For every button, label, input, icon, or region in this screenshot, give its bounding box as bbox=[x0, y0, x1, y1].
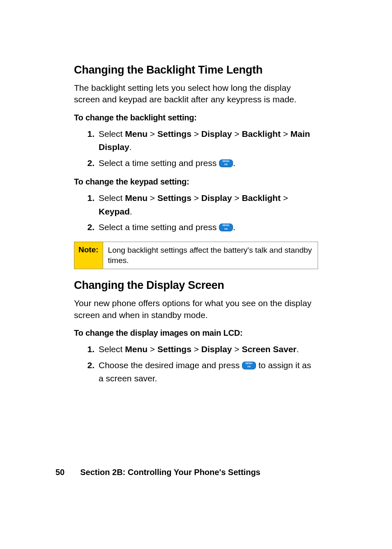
menu-path-item: Settings bbox=[157, 344, 191, 354]
menu-path-item: Backlight bbox=[242, 193, 281, 203]
section-label: Section 2B: Controlling Your Phone's Set… bbox=[80, 468, 261, 477]
step-text: Select bbox=[99, 193, 125, 203]
step-number: 2. bbox=[78, 359, 95, 372]
menu-path-item: Backlight bbox=[242, 129, 281, 138]
note-body: Long backlight settings affect the batte… bbox=[103, 242, 318, 269]
period: . bbox=[233, 158, 235, 168]
menu-ok-key-icon bbox=[219, 224, 233, 231]
menu-path-item: Menu bbox=[125, 129, 148, 138]
separator: > bbox=[232, 129, 242, 138]
menu-ok-key-icon bbox=[219, 159, 233, 167]
separator: > bbox=[148, 344, 157, 354]
list-item: 2. Choose the desired image and press to… bbox=[99, 359, 318, 385]
menu-path-item: Settings bbox=[157, 193, 191, 203]
separator: > bbox=[232, 344, 242, 354]
separator: > bbox=[148, 129, 157, 138]
step-text: Select a time setting and press bbox=[99, 222, 219, 232]
menu-path-item: Screen Saver bbox=[242, 344, 296, 354]
steps-backlight-main: 1. Select Menu > Settings > Display > Ba… bbox=[74, 127, 318, 170]
separator: > bbox=[191, 193, 201, 203]
step-number: 1. bbox=[78, 127, 95, 141]
menu-path-item: Settings bbox=[157, 129, 191, 138]
page-number: 50 bbox=[55, 468, 65, 477]
note-label: Note: bbox=[74, 242, 103, 269]
step-number: 2. bbox=[78, 221, 95, 234]
step-number: 1. bbox=[78, 343, 95, 356]
separator: > bbox=[191, 129, 201, 138]
period: . bbox=[130, 207, 132, 216]
subheader-backlight-setting: To change the backlight setting: bbox=[74, 113, 318, 122]
menu-path-item: Keypad bbox=[99, 207, 130, 216]
step-text: Select bbox=[99, 129, 125, 138]
separator: > bbox=[191, 344, 201, 354]
step-number: 1. bbox=[78, 191, 95, 205]
separator: > bbox=[232, 193, 242, 203]
period: . bbox=[297, 344, 299, 354]
step-text: Select bbox=[99, 344, 125, 354]
separator: > bbox=[281, 193, 288, 203]
subheader-keypad-setting: To change the keypad setting: bbox=[74, 177, 318, 187]
steps-screen-saver: 1. Select Menu > Settings > Display > Sc… bbox=[74, 343, 318, 385]
heading-display-screen: Changing the Display Screen bbox=[74, 279, 318, 292]
separator: > bbox=[148, 193, 157, 203]
menu-path-item: Display bbox=[201, 344, 232, 354]
separator: > bbox=[281, 129, 291, 138]
list-item: 1. Select Menu > Settings > Display > Ba… bbox=[99, 127, 318, 154]
menu-path-item: Display bbox=[201, 193, 232, 203]
list-item: 2. Select a time setting and press . bbox=[99, 221, 318, 234]
intro-display-screen: Your new phone offers options for what y… bbox=[74, 298, 318, 321]
list-item: 1. Select Menu > Settings > Display > Sc… bbox=[99, 343, 318, 356]
menu-path-item: Menu bbox=[125, 344, 148, 354]
period: . bbox=[129, 142, 132, 152]
list-item: 1. Select Menu > Settings > Display > Ba… bbox=[99, 191, 318, 218]
step-number: 2. bbox=[78, 157, 95, 170]
menu-ok-key-icon bbox=[242, 362, 256, 369]
page-footer: 50Section 2B: Controlling Your Phone's S… bbox=[55, 468, 261, 477]
intro-backlight: The backlight setting lets you select ho… bbox=[74, 82, 318, 106]
menu-path-item: Display bbox=[201, 129, 232, 138]
heading-backlight: Changing the Backlight Time Length bbox=[74, 64, 318, 76]
step-text: Choose the desired image and press bbox=[99, 360, 242, 370]
note-box: Note: Long backlight settings affect the… bbox=[74, 242, 318, 269]
steps-backlight-keypad: 1. Select Menu > Settings > Display > Ba… bbox=[74, 191, 318, 234]
step-text: Select a time setting and press bbox=[99, 158, 219, 168]
menu-path-item: Menu bbox=[125, 193, 148, 203]
period: . bbox=[233, 222, 235, 232]
subheader-display-images: To change the display images on main LCD… bbox=[74, 328, 318, 338]
list-item: 2. Select a time setting and press . bbox=[99, 157, 318, 170]
